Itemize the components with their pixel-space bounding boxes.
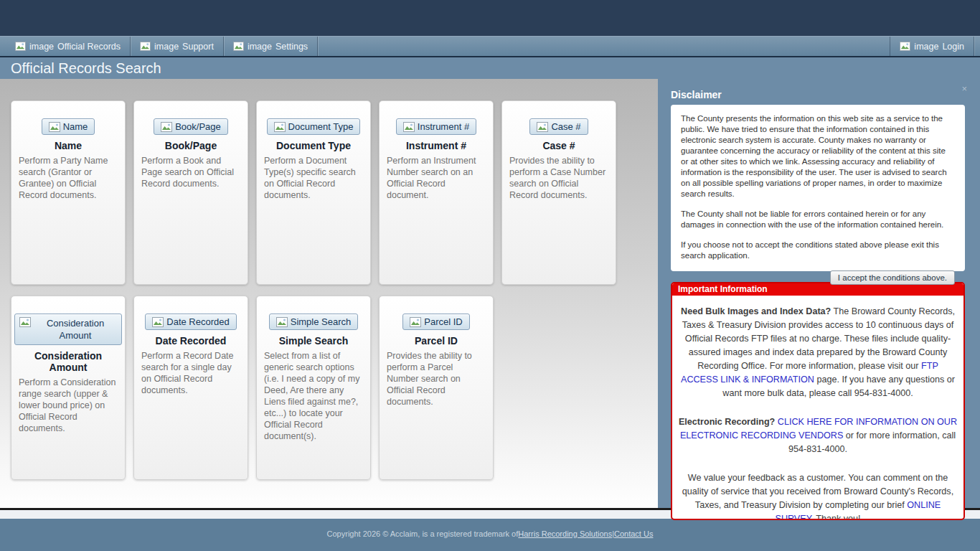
- nav-alt-text: image: [29, 42, 54, 52]
- button-label: Instrument #: [418, 121, 469, 132]
- name-search-button[interactable]: Name: [42, 118, 95, 135]
- card-title: Document Type: [261, 140, 366, 151]
- search-card-document-type[interactable]: Document Type Document Type Perform a Do…: [256, 100, 371, 285]
- search-cards-area: Name Name Perform a Party Name search (G…: [0, 79, 658, 508]
- search-card-date-recorded[interactable]: Date Recorded Date Recorded Perform a Re…: [133, 296, 248, 480]
- button-label: Name: [63, 121, 88, 132]
- card-description: Perform a Party Name search (Grantor or …: [11, 155, 125, 201]
- search-card-consideration-amount[interactable]: Consideration Amount Consideration Amoun…: [11, 296, 126, 480]
- nav-item-settings[interactable]: image Settings: [224, 37, 318, 56]
- book-page-search-button[interactable]: Book/Page: [154, 118, 228, 135]
- nav-item-support[interactable]: image Support: [131, 37, 224, 56]
- date-recorded-search-button[interactable]: Date Recorded: [145, 314, 236, 330]
- broken-image-icon: [233, 42, 244, 51]
- button-label: Simple Search: [291, 316, 352, 327]
- broken-image-icon: [900, 42, 910, 51]
- card-title: Date Recorded: [138, 335, 243, 347]
- important-information-body: Need Bulk Images and Index Data? The Bro…: [672, 296, 963, 520]
- card-description: Provides the ability to perform a Parcel…: [380, 350, 493, 408]
- card-title: Parcel ID: [384, 335, 489, 347]
- button-label: Consideration Amount: [34, 317, 117, 342]
- search-card-instrument[interactable]: Instrument # Instrument # Perform an Ins…: [379, 100, 494, 285]
- disclaimer-paragraph: If you choose not to accept the conditio…: [681, 240, 955, 261]
- nav-item-official-records[interactable]: image Official Records: [6, 37, 131, 56]
- copyright-text: Copyright 2026 © Acclaim, is a registere…: [327, 529, 519, 538]
- top-banner: [0, 0, 980, 36]
- card-title: Consideration Amount: [16, 350, 121, 373]
- card-title: Instrument #: [384, 140, 489, 151]
- nav-item-label: Support: [182, 42, 214, 52]
- feedback-paragraph: We value your feedback as a customer. Yo…: [678, 471, 958, 520]
- search-card-name[interactable]: Name Name Perform a Party Name search (G…: [11, 100, 126, 285]
- nav-item-label: Login: [942, 42, 964, 52]
- bulk-data-paragraph: Need Bulk Images and Index Data? The Bro…: [678, 305, 958, 400]
- broken-image-icon: [152, 317, 164, 327]
- search-card-book-page[interactable]: Book/Page Book/Page Perform a Book and P…: [133, 100, 248, 285]
- case-search-button[interactable]: Case #: [529, 118, 588, 135]
- important-information-panel: Important Information Need Bulk Images a…: [671, 282, 965, 520]
- search-card-parcel-id[interactable]: Parcel ID Parcel ID Provides the ability…: [379, 296, 494, 480]
- page-title: Official Records Search: [11, 60, 161, 77]
- main-area: Name Name Perform a Party Name search (G…: [0, 79, 980, 510]
- card-description: Perform a Document Type(s) specific sear…: [257, 155, 370, 201]
- button-label: Case #: [551, 121, 580, 132]
- broken-image-icon: [19, 317, 31, 327]
- broken-image-icon: [276, 317, 288, 327]
- parcel-id-search-button[interactable]: Parcel ID: [402, 314, 469, 330]
- cards-grid: Name Name Perform a Party Name search (G…: [0, 79, 658, 480]
- accept-conditions-button[interactable]: I accept the conditions above.: [830, 270, 955, 285]
- disclaimer-heading: Disclaimer: [671, 89, 965, 100]
- harris-recording-solutions-link[interactable]: Harris Recording Solutions: [518, 529, 612, 538]
- card-description: Perform a Consideration range search (up…: [11, 377, 125, 434]
- nav-item-login[interactable]: image Login: [890, 37, 974, 56]
- document-type-search-button[interactable]: Document Type: [267, 118, 361, 135]
- footer-bar: Copyright 2026 © Acclaim, is a registere…: [0, 519, 980, 549]
- close-icon[interactable]: ×: [961, 83, 967, 94]
- broken-image-icon: [274, 122, 286, 132]
- broken-image-icon: [161, 122, 172, 132]
- card-title: Case #: [507, 140, 611, 151]
- broken-image-icon: [410, 317, 421, 327]
- search-card-simple-search[interactable]: Simple Search Simple Search Select from …: [256, 296, 371, 480]
- card-description: Select from a list of generic search opt…: [257, 350, 370, 442]
- broken-image-icon: [49, 122, 60, 132]
- card-description: Perform an Instrument Number search on a…: [380, 155, 493, 201]
- title-bar: Official Records Search: [0, 57, 980, 79]
- broken-image-icon: [403, 122, 415, 132]
- info-sidebar: × Disclaimer The County presents the inf…: [658, 79, 980, 508]
- main-nav: image Official Records image Support ima…: [0, 36, 980, 56]
- broken-image-icon: [15, 42, 26, 51]
- contact-us-link[interactable]: Contact Us: [614, 529, 653, 538]
- disclaimer-paragraph: The County shall not be liable for error…: [681, 209, 955, 230]
- card-description: Provides the ability to perform a Case N…: [502, 155, 616, 201]
- consideration-amount-search-button[interactable]: Consideration Amount: [14, 314, 122, 345]
- card-title: Name: [16, 140, 121, 151]
- nav-alt-text: image: [154, 42, 179, 52]
- button-label: Document Type: [288, 121, 354, 132]
- simple-search-button[interactable]: Simple Search: [269, 314, 359, 330]
- feedback-text-after: . Thank you!: [811, 514, 860, 520]
- nav-alt-text: image: [914, 42, 938, 52]
- nav-alt-text: image: [248, 42, 272, 52]
- disclaimer-paragraph: The County presents the information on t…: [681, 113, 955, 199]
- card-title: Book/Page: [138, 140, 243, 151]
- nav-item-label: Settings: [275, 42, 308, 52]
- erecording-paragraph: Electronic Recording? CLICK HERE FOR INF…: [678, 415, 958, 456]
- button-label: Parcel ID: [424, 316, 462, 327]
- button-label: Date Recorded: [166, 316, 229, 327]
- card-description: Perform a Record Date search for a singl…: [134, 350, 248, 396]
- button-label: Book/Page: [175, 121, 221, 132]
- card-description: Perform a Book and Page search on Offici…: [134, 155, 248, 189]
- bulk-data-lead: Need Bulk Images and Index Data?: [681, 306, 831, 316]
- erecording-lead: Electronic Recording?: [679, 417, 778, 427]
- broken-image-icon: [140, 42, 151, 51]
- card-title: Simple Search: [261, 335, 366, 347]
- broken-image-icon: [537, 122, 548, 132]
- nav-item-label: Official Records: [57, 42, 121, 52]
- important-information-heading: Important Information: [672, 283, 963, 296]
- search-card-case[interactable]: Case # Case # Provides the ability to pe…: [501, 100, 616, 285]
- instrument-search-button[interactable]: Instrument #: [396, 118, 476, 135]
- disclaimer-panel: The County presents the information on t…: [671, 105, 965, 271]
